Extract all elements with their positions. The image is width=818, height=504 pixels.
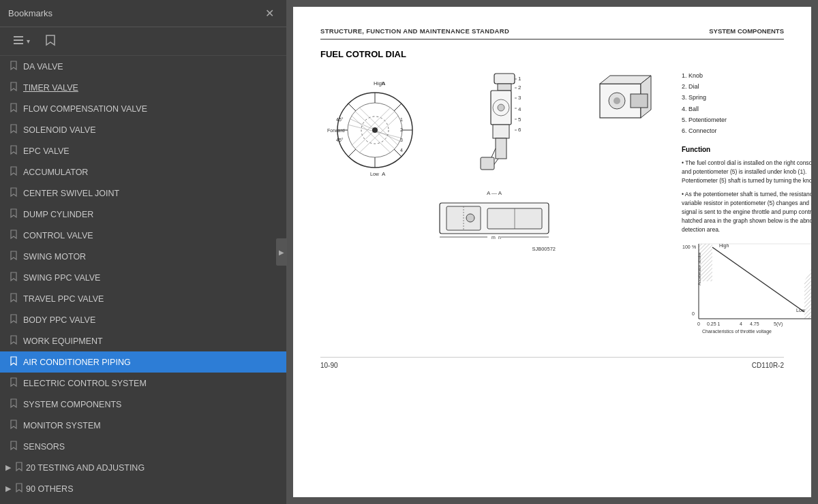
bookmark-item-dump-cylinder[interactable]: DUMP CYLINDER <box>0 204 286 225</box>
toolbar-row: ▾ <box>0 27 286 56</box>
svg-line-12 <box>348 149 356 157</box>
bookmark-item-sensors[interactable]: SENSORS <box>0 436 286 457</box>
bookmark-item-accumulator[interactable]: ACCUMULATOR <box>0 161 286 183</box>
svg-text:2: 2 <box>400 127 403 132</box>
parts-list-item: 4. Ball <box>682 104 811 114</box>
parts-list: 1. Knob2. Dial3. Spring4. Ball5. Potenti… <box>682 70 811 136</box>
svg-point-23 <box>372 127 378 133</box>
svg-text:Low: Low <box>796 308 806 313</box>
function-text: • The fuel control dial is installed on … <box>682 159 811 234</box>
aa-section-diagram: m n <box>433 196 556 240</box>
bookmark-label: DA VALVE <box>23 62 63 72</box>
bookmark-group-20-testing[interactable]: ▶20 TESTING AND ADJUSTING <box>0 457 286 478</box>
parts-list-item: 1. Knob <box>682 70 811 81</box>
bookmark-item-da-valve[interactable]: DA VALVE <box>0 56 286 77</box>
bookmark-label: BODY PPC VALVE <box>23 315 95 325</box>
fig-ref-2: SJB02048 <box>682 341 811 349</box>
svg-point-62 <box>614 97 620 104</box>
svg-text:Low: Low <box>370 172 380 176</box>
bookmark-label: SWING MOTOR <box>23 252 86 262</box>
svg-rect-35 <box>494 74 515 84</box>
svg-text:3: 3 <box>400 138 403 142</box>
svg-text:0: 0 <box>697 321 700 326</box>
svg-text:4.75: 4.75 <box>750 321 759 326</box>
bookmark-label: FLOW COMPENSATION VALVE <box>23 104 147 114</box>
panel-expand-toggle[interactable]: ▶ <box>276 238 287 266</box>
graph-area: % 100 0 High 0 0.25 1 4 4.75 5(V) Low <box>682 240 811 349</box>
expand-arrow-icon: ▶ <box>5 463 11 472</box>
svg-text:3: 3 <box>518 95 521 101</box>
bookmark-item-epc-valve[interactable]: EPC VALVE <box>0 140 286 161</box>
function-bullet: • As the potentiometer shaft is turned, … <box>682 190 811 235</box>
bookmark-item-system-components[interactable]: SYSTEM COMPONENTS <box>0 394 286 415</box>
bookmark-label: SYSTEM COMPONENTS <box>23 400 121 409</box>
document-panel: STRUCTURE, FUNCTION AND MAINTENANCE STAN… <box>286 0 818 504</box>
svg-text:Characteristics of throttle vo: Characteristics of throttle voltage <box>702 329 772 334</box>
bookmark-item-control-valve[interactable]: CONTROL VALVE <box>0 225 286 246</box>
svg-text:4: 4 <box>518 106 521 112</box>
svg-text:2: 2 <box>518 84 521 91</box>
svg-text:1: 1 <box>400 117 403 122</box>
bookmark-item-work-equipment[interactable]: WORK EQUIPMENT <box>0 330 286 351</box>
diagram-top: High 45° 1 2 3 4 Forward 45° Low A <box>320 70 668 182</box>
parts-list-item: 3. Spring <box>682 92 811 103</box>
bookmark-flag-icon <box>10 251 18 262</box>
svg-rect-2 <box>14 43 23 44</box>
page-number: 10-90 <box>320 362 338 369</box>
bookmark-flag-icon <box>10 230 18 241</box>
bookmark-label: WORK EQUIPMENT <box>23 336 103 346</box>
doc-ref: CD110R-2 <box>752 362 784 369</box>
bookmark-item-solenoid-valve[interactable]: SOLENOID VALVE <box>0 119 286 140</box>
svg-text:100: 100 <box>682 245 691 249</box>
bookmark-group-90-others[interactable]: ▶90 OTHERS <box>0 478 286 499</box>
svg-text:m: m <box>491 235 496 240</box>
bookmark-item-center-swivel-joint[interactable]: CENTER SWIVEL JOINT <box>0 183 286 204</box>
bookmark-flag-icon <box>10 377 18 389</box>
function-title: Function <box>682 144 811 155</box>
bookmark-flag-icon <box>10 441 18 452</box>
svg-point-39 <box>498 104 504 111</box>
svg-rect-1 <box>14 40 23 41</box>
bookmark-flag-icon <box>10 103 18 114</box>
bookmark-label: TIMER VALVE <box>23 83 78 93</box>
bookmark-label: CENTER SWIVEL JOINT <box>23 189 119 198</box>
close-button[interactable]: ✕ <box>261 5 278 21</box>
svg-text:45°: 45° <box>336 138 344 142</box>
bookmark-item-swing-motor[interactable]: SWING MOTOR <box>0 246 286 267</box>
bookmark-label: DUMP CYLINDER <box>23 210 93 219</box>
bookmark-item-swing-ppc-valve[interactable]: SWING PPC VALVE <box>0 267 286 288</box>
bookmark-flag-icon <box>10 82 18 93</box>
svg-text:A: A <box>382 171 386 177</box>
bookmark-item-monitor-system[interactable]: MONITOR SYSTEM <box>0 415 286 436</box>
svg-line-11 <box>394 104 402 111</box>
svg-rect-0 <box>14 36 23 37</box>
function-bullet: • The fuel control dial is installed on … <box>682 159 811 186</box>
parts-list-item: 2. Dial <box>682 81 811 92</box>
bookmark-flag-icon <box>15 483 23 494</box>
bookmark-item-air-conditioner-piping[interactable]: AIR CONDITIONER PIPING <box>0 351 286 373</box>
bookmark-view-button[interactable] <box>40 31 61 51</box>
bookmarks-list[interactable]: DA VALVETIMER VALVEFLOW COMPENSATION VAL… <box>0 56 286 504</box>
svg-text:Forward: Forward <box>327 128 345 133</box>
bookmark-item-travel-ppc-valve[interactable]: TRAVEL PPC VALVE <box>0 288 286 309</box>
bookmark-flag-icon <box>10 187 18 199</box>
expand-arrow-icon: ▶ <box>5 484 11 493</box>
small-diagram-container <box>586 70 668 141</box>
bookmarks-panel: Bookmarks ✕ ▾ DA VALVETIMER V <box>0 0 286 504</box>
bookmark-label: MONITOR SYSTEM <box>23 421 101 430</box>
bookmarks-header: Bookmarks ✕ <box>0 0 286 27</box>
bookmark-item-body-ppc-valve[interactable]: BODY PPC VALVE <box>0 309 286 330</box>
bookmark-item-timer-valve[interactable]: TIMER VALVE <box>0 77 286 98</box>
bookmark-label: SWING PPC VALVE <box>23 273 100 283</box>
bookmark-label: SOLENOID VALVE <box>23 125 96 135</box>
svg-rect-52 <box>493 125 509 138</box>
bookmark-item-electric-control-system[interactable]: ELECTRIC CONTROL SYSTEM <box>0 373 286 394</box>
list-view-button[interactable]: ▾ <box>7 31 35 51</box>
parts-list-item: 6. Connector <box>682 125 811 136</box>
bookmark-flag-icon <box>10 61 18 72</box>
bookmark-label: CONTROL VALVE <box>23 231 93 240</box>
svg-text:0.25 1: 0.25 1 <box>707 321 721 326</box>
bookmark-item-flow-compensation-valve[interactable]: FLOW COMPENSATION VALVE <box>0 98 286 119</box>
bookmark-label: AIR CONDITIONER PIPING <box>23 358 131 367</box>
bookmark-flag-icon <box>10 293 18 304</box>
